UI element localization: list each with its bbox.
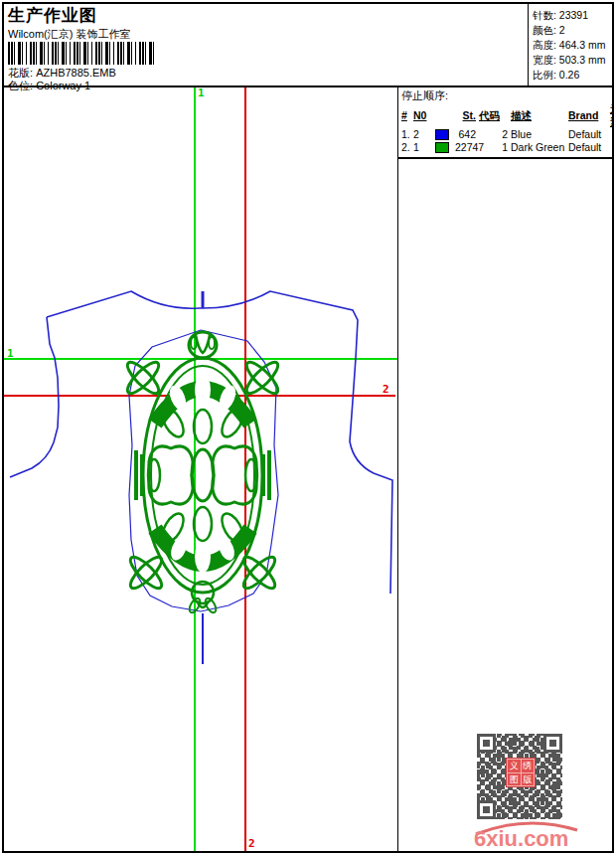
turtle-leg-top-left [123,358,163,398]
qr-finder-icon [477,734,496,753]
header: 生产作业图 Wilcom(汇京) 装饰工作室 花版: AZHB7885.EMB … [4,4,612,87]
qr-finder-icon [477,800,496,819]
end-marker-label-bottom: 2 [248,837,255,850]
col-code: 代码 [479,109,511,122]
seal-char: 义 [508,760,521,772]
table-row: 1. 2 642 2 Blue Default [401,128,614,141]
start-marker-label-left: 1 [7,347,14,360]
col-desc: 描述 [511,109,568,122]
stat-colors: 颜色: 2 [533,23,612,38]
seal-char: 版 [522,773,535,786]
stat-width: 宽度: 503.3 mm [533,53,612,68]
design-canvas: 1 1 2 2 [4,87,397,853]
row1-seq: 1. [401,128,413,141]
turtle-leg-top-right [242,358,282,398]
design-drawing: 1 1 2 2 [4,87,397,853]
row2-stitches: 22747 [455,141,479,154]
row1-description: Blue [511,128,568,141]
design-file-field: 花版: AZHB7885.EMB [8,67,528,80]
row2-code: 1 [479,141,511,154]
row2-seq: 2. [401,141,413,154]
stat-height: 高度: 464.3 mm [533,38,612,53]
row2-brand: Default [568,141,610,154]
stop-sequence-title: 停止顺序: [401,89,614,102]
start-marker-label-top: 1 [198,87,205,99]
row2-n0: 1 [413,141,429,154]
col-st: St. [455,109,479,122]
col-n0: N0 [413,109,429,122]
page-title: 生产作业图 [8,6,528,26]
col-elem: 元素 [610,102,614,128]
main-area: 1 1 2 2 [4,87,612,853]
stat-scale: 比例: 0.26 [533,68,612,83]
seal-char: 图 [508,773,521,786]
stops-header-row: # N0 St. 代码 描述 Brand 元素 [401,102,614,128]
col-brand: Brand [568,109,610,122]
qr-finder-icon [543,734,562,753]
row1-color-swatch [435,129,449,140]
row1-brand: Default [568,128,610,141]
row2-description: Dark Green [511,141,568,154]
worksheet-page: 生产作业图 Wilcom(汇京) 装饰工作室 花版: AZHB7885.EMB … [2,2,614,853]
red-seal-stamp: 义 绣 图 版 [506,758,536,787]
header-left: 生产作业图 Wilcom(汇京) 装饰工作室 花版: AZHB7885.EMB … [4,4,528,86]
right-panel: 停止顺序: # N0 St. 代码 描述 Brand 元素 1. 2 642 2 [397,87,614,853]
barcode [8,42,155,65]
stat-stitches: 针数: 23391 [533,8,612,23]
seal-char: 绣 [522,760,535,772]
company-subtitle: Wilcom(汇京) 装饰工作室 [8,27,528,41]
row2-color-swatch [435,142,449,153]
table-row: 2. 1 22747 1 Dark Green Default [401,141,614,154]
side-brackets [134,450,271,500]
design-file-label: 花版: [8,67,33,79]
row1-code: 2 [479,128,511,141]
turtle-leg-bottom-left [126,553,166,593]
design-stats: 针数: 23391 颜色: 2 高度: 464.3 mm 宽度: 503.3 m… [528,4,612,86]
site-name: 6xiu.com [474,826,568,849]
qr-code: 义 绣 图 版 [477,734,562,819]
row1-n0: 2 [413,128,429,141]
row1-stitches: 642 [455,128,479,141]
design-file-value: AZHB7885.EMB [36,67,116,79]
end-marker-label-right: 2 [383,383,389,396]
site-watermark: 6xiu.com [472,821,581,853]
col-hash: # [401,109,413,122]
turtle-design [123,332,282,614]
stop-sequence-table: 停止顺序: # N0 St. 代码 描述 Brand 元素 1. 2 642 2 [398,87,614,159]
